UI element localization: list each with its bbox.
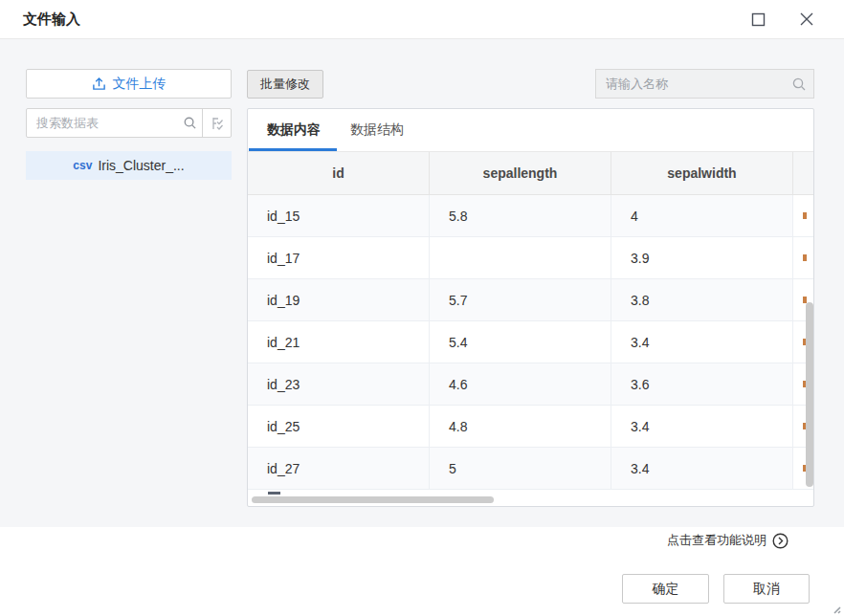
dataset-search-box — [26, 108, 232, 138]
table-cell: id_17 — [248, 237, 430, 278]
batch-edit-button[interactable]: 批量修改 — [247, 70, 323, 99]
table-cell: 4 — [611, 195, 793, 236]
name-search-icon[interactable] — [785, 77, 813, 92]
cancel-button[interactable]: 取消 — [723, 574, 810, 604]
column-header-truncated — [793, 152, 813, 194]
table-row[interactable]: id_254.83.4 — [248, 406, 813, 448]
table-cell — [430, 237, 611, 278]
ok-button-label: 确定 — [653, 581, 679, 598]
table-cell: 3.4 — [611, 321, 793, 363]
name-search-input[interactable] — [596, 77, 785, 91]
table-row[interactable]: id_155.84 — [248, 195, 813, 237]
table-cell: 5.7 — [430, 279, 611, 320]
dialog-footer: 点击查看功能说明 确定 取消 — [0, 527, 844, 616]
search-icon[interactable] — [177, 116, 202, 130]
table-cell: 5.4 — [430, 321, 611, 363]
maximize-icon — [751, 12, 766, 27]
file-upload-label: 文件上传 — [113, 76, 167, 93]
truncated-column-cell — [793, 237, 813, 278]
table-cell: 5.8 — [430, 195, 611, 236]
tab-data-content-label: 数据内容 — [267, 121, 321, 139]
upload-icon — [92, 77, 106, 91]
table-cell: 3.4 — [611, 448, 793, 489]
dataset-name: Iris_Cluster_... — [98, 158, 184, 173]
dialog-titlebar: 文件输入 — [0, 0, 844, 39]
clipped-row-text-sliver — [268, 492, 280, 495]
help-link-label: 点击查看功能说明 — [667, 532, 766, 549]
table-cell: id_15 — [248, 195, 430, 236]
table-cell: 4.8 — [430, 406, 611, 447]
table-body: id_155.84id_173.9id_195.73.8id_215.43.4i… — [248, 195, 813, 490]
data-preview-panel: 数据内容 数据结构 idsepallengthsepalwidth id_155… — [247, 108, 814, 507]
table-cell: id_25 — [248, 406, 430, 447]
tab-data-structure-label: 数据结构 — [350, 121, 404, 139]
column-header-id: id — [248, 152, 430, 194]
table-cell: 3.9 — [611, 237, 793, 278]
dialog-title: 文件输入 — [23, 11, 80, 29]
dialog-content: 文件上传 csv Iris_Cluster_... 批量修改 — [0, 39, 844, 527]
table-row[interactable]: id_215.43.4 — [248, 321, 813, 363]
table-row[interactable]: id_195.73.8 — [248, 279, 813, 321]
dataset-list-item-selected[interactable]: csv Iris_Cluster_... — [26, 151, 232, 180]
table-header-row: idsepallengthsepalwidth — [248, 152, 813, 195]
table-row[interactable]: id_234.63.6 — [248, 363, 813, 406]
cancel-button-label: 取消 — [753, 581, 780, 598]
csv-type-badge: csv — [73, 159, 92, 172]
dataset-search-input[interactable] — [27, 116, 177, 130]
truncated-column-cell — [793, 195, 813, 236]
table-cell: 5 — [430, 448, 611, 489]
tabs-bar: 数据内容 数据结构 — [248, 109, 813, 152]
table-cell: 3.6 — [611, 363, 793, 405]
truncated-cell-mark — [803, 212, 807, 219]
table-cell: id_19 — [248, 279, 430, 320]
table-cell: 3.4 — [611, 406, 793, 447]
column-header-sepallength: sepallength — [430, 152, 611, 194]
table-cell: id_23 — [248, 363, 430, 405]
close-icon — [799, 11, 814, 27]
horizontal-scrollbar-thumb[interactable] — [252, 496, 494, 503]
file-upload-button[interactable]: 文件上传 — [26, 69, 232, 99]
table-cell: id_21 — [248, 321, 430, 363]
table-row[interactable]: id_2753.4 — [248, 448, 813, 490]
name-search-box — [595, 69, 814, 99]
tab-data-content[interactable]: 数据内容 — [267, 109, 321, 151]
column-header-sepalwidth: sepalwidth — [611, 152, 793, 194]
maximize-button[interactable] — [747, 9, 768, 30]
resize-grip[interactable] — [830, 603, 841, 614]
multi-select-icon[interactable] — [203, 116, 231, 131]
help-link[interactable]: 点击查看功能说明 — [667, 532, 788, 549]
circle-chevron-right-icon — [772, 533, 788, 549]
close-button[interactable] — [796, 9, 817, 30]
table-cell: 4.6 — [430, 363, 611, 405]
vertical-scrollbar-thumb[interactable] — [806, 302, 813, 487]
table-cell: id_27 — [248, 448, 430, 489]
batch-edit-label: 批量修改 — [260, 76, 310, 93]
truncated-cell-mark — [803, 254, 807, 261]
table-cell: 3.8 — [611, 279, 793, 320]
active-tab-underline — [249, 148, 337, 151]
ok-button[interactable]: 确定 — [622, 574, 709, 604]
truncated-cell-mark — [803, 297, 807, 303]
tab-data-structure[interactable]: 数据结构 — [350, 109, 404, 151]
table-row[interactable]: id_173.9 — [248, 237, 813, 279]
